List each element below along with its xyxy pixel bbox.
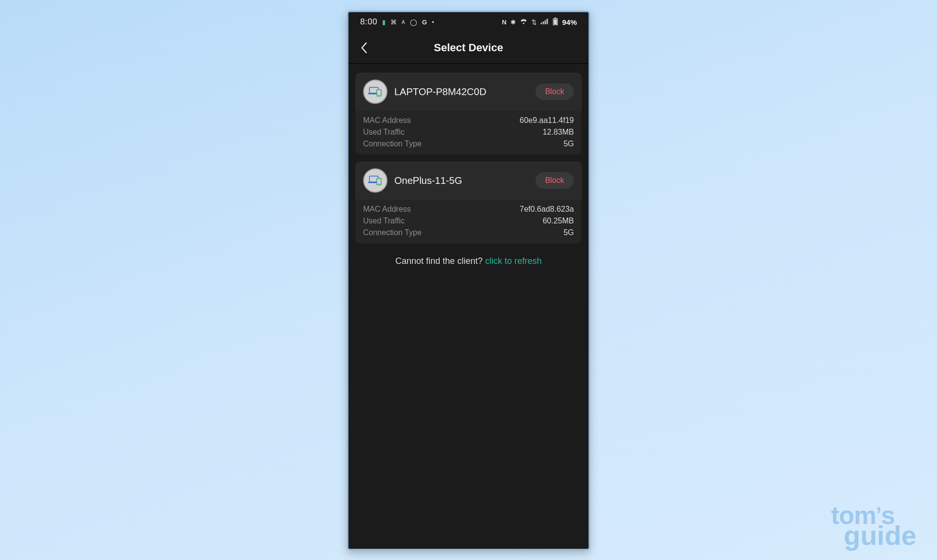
- conn-value: 5G: [564, 140, 574, 148]
- traffic-value: 12.83MB: [543, 128, 574, 137]
- svg-point-14: [379, 183, 380, 184]
- device-details: MAC Address 7ef0.6ad8.623a Used Traffic …: [355, 200, 582, 243]
- device-name: OnePlus-11-5G: [394, 175, 529, 186]
- data-icon: ⇅: [531, 19, 537, 26]
- status-google-icon: G: [422, 19, 427, 26]
- refresh-line: Cannot find the client? click to refresh: [355, 256, 582, 266]
- battery-percent: 94%: [562, 18, 577, 26]
- status-clock: 8:00: [360, 17, 377, 27]
- status-notif-icon: ▮: [382, 19, 386, 26]
- device-card: LAPTOP-P8M42C0D Block MAC Address 60e9.a…: [355, 73, 582, 155]
- watermark-line2: guide: [844, 525, 917, 546]
- svg-rect-0: [541, 22, 542, 24]
- svg-rect-6: [554, 19, 557, 24]
- block-button[interactable]: Block: [535, 172, 574, 189]
- refresh-link[interactable]: click to refresh: [485, 256, 542, 266]
- nfc-icon: N: [502, 19, 507, 26]
- svg-point-10: [379, 95, 380, 96]
- traffic-value: 60.25MB: [543, 217, 574, 225]
- wifi-icon: [520, 19, 528, 26]
- signal-icon: [541, 19, 549, 26]
- mac-value: 60e9.aa11.4f19: [520, 116, 574, 125]
- mac-value: 7ef0.6ad8.623a: [520, 205, 574, 214]
- status-group-icon: ⌘: [390, 19, 397, 26]
- device-type-icon: [363, 168, 387, 193]
- watermark-logo: tom’s guide: [831, 505, 917, 546]
- svg-rect-3: [547, 19, 548, 24]
- device-row[interactable]: OnePlus-11-5G Block: [355, 161, 582, 200]
- page-title: Select Device: [434, 41, 503, 54]
- page-header: Select Device: [348, 32, 589, 64]
- device-row[interactable]: LAPTOP-P8M42C0D Block: [355, 73, 582, 111]
- device-type-icon: [363, 80, 387, 104]
- status-sync-icon: A: [402, 20, 405, 25]
- battery-icon: [552, 18, 558, 27]
- block-button[interactable]: Block: [535, 83, 574, 100]
- conn-label: Connection Type: [363, 140, 422, 148]
- traffic-label: Used Traffic: [363, 217, 405, 225]
- back-button[interactable]: [357, 41, 371, 55]
- phone-frame: 8:00 ▮ ⌘ A ◯ G • N ✱ ⇅ 94%: [347, 11, 590, 550]
- conn-label: Connection Type: [363, 228, 422, 237]
- refresh-prompt: Cannot find the client?: [395, 256, 485, 266]
- conn-value: 5G: [564, 228, 574, 237]
- status-shield-icon: ◯: [410, 19, 417, 26]
- device-name: LAPTOP-P8M42C0D: [394, 86, 529, 98]
- svg-rect-2: [545, 20, 546, 24]
- status-bar: 8:00 ▮ ⌘ A ◯ G • N ✱ ⇅ 94%: [348, 12, 589, 32]
- device-card: OnePlus-11-5G Block MAC Address 7ef0.6ad…: [355, 161, 582, 243]
- mac-label: MAC Address: [363, 116, 411, 125]
- bluetooth-icon: ✱: [510, 19, 516, 26]
- traffic-label: Used Traffic: [363, 128, 405, 137]
- status-dot-icon: •: [432, 19, 434, 26]
- svg-rect-1: [543, 21, 544, 24]
- mac-label: MAC Address: [363, 205, 411, 214]
- device-list: LAPTOP-P8M42C0D Block MAC Address 60e9.a…: [348, 64, 589, 266]
- device-details: MAC Address 60e9.aa11.4f19 Used Traffic …: [355, 111, 582, 155]
